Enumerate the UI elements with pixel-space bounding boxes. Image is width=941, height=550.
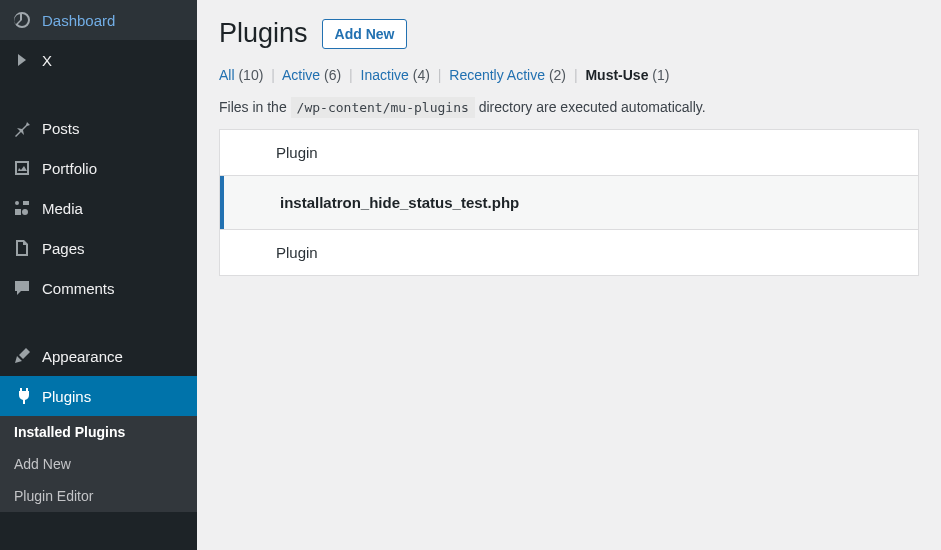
sidebar-item-portfolio[interactable]: Portfolio [0, 148, 197, 188]
page-title: Plugins [219, 18, 308, 49]
table-header-plugin: Plugin [220, 130, 918, 176]
media-icon [12, 198, 32, 218]
sidebar-item-label: X [42, 52, 52, 69]
sidebar-item-label: Plugins [42, 388, 91, 405]
sidebar-item-posts[interactable]: Posts [0, 108, 197, 148]
sidebar-item-label: Posts [42, 120, 80, 137]
sidebar-item-appearance[interactable]: Appearance [0, 336, 197, 376]
sidebar-item-label: Media [42, 200, 83, 217]
filter-must-use[interactable]: Must-Use (1) [585, 67, 669, 83]
plugins-submenu: Installed Plugins Add New Plugin Editor [0, 416, 197, 512]
add-new-button[interactable]: Add New [322, 19, 408, 49]
submenu-plugin-editor[interactable]: Plugin Editor [0, 480, 197, 512]
sidebar-item-label: Portfolio [42, 160, 97, 177]
appearance-icon [12, 346, 32, 366]
submenu-add-new[interactable]: Add New [0, 448, 197, 480]
filter-recently-active[interactable]: Recently Active (2) [449, 67, 566, 83]
portfolio-icon [12, 158, 32, 178]
plugin-filters: All (10) | Active (6) | Inactive (4) | R… [219, 67, 919, 83]
sidebar-item-x[interactable]: X [0, 40, 197, 80]
pin-icon [12, 118, 32, 138]
plugins-table: Plugin installatron_hide_status_test.php… [219, 129, 919, 276]
table-footer-plugin: Plugin [220, 229, 918, 275]
chevron-right-icon [12, 50, 32, 70]
sidebar-item-label: Appearance [42, 348, 123, 365]
sidebar-separator [0, 80, 197, 108]
dashboard-icon [12, 10, 32, 30]
sidebar-item-label: Dashboard [42, 12, 115, 29]
plugins-icon [12, 386, 32, 406]
submenu-installed-plugins[interactable]: Installed Plugins [0, 416, 197, 448]
sidebar-item-label: Pages [42, 240, 85, 257]
page-header: Plugins Add New [219, 18, 919, 49]
sidebar-item-comments[interactable]: Comments [0, 268, 197, 308]
comments-icon [12, 278, 32, 298]
pages-icon [12, 238, 32, 258]
sidebar-item-plugins[interactable]: Plugins [0, 376, 197, 416]
filter-inactive[interactable]: Inactive (4) [361, 67, 430, 83]
filter-active[interactable]: Active (6) [282, 67, 341, 83]
sidebar-separator [0, 308, 197, 336]
sidebar-item-dashboard[interactable]: Dashboard [0, 0, 197, 40]
sidebar-item-pages[interactable]: Pages [0, 228, 197, 268]
sidebar-item-media[interactable]: Media [0, 188, 197, 228]
filter-all[interactable]: All (10) [219, 67, 263, 83]
mu-plugins-info: Files in the /wp-content/mu-plugins dire… [219, 99, 919, 115]
sidebar-item-label: Comments [42, 280, 115, 297]
admin-sidebar: Dashboard X Posts Portfolio Media Pages … [0, 0, 197, 550]
table-row: installatron_hide_status_test.php [220, 176, 918, 229]
main-content: Plugins Add New All (10) | Active (6) | … [197, 0, 941, 550]
mu-plugins-path: /wp-content/mu-plugins [291, 97, 475, 118]
